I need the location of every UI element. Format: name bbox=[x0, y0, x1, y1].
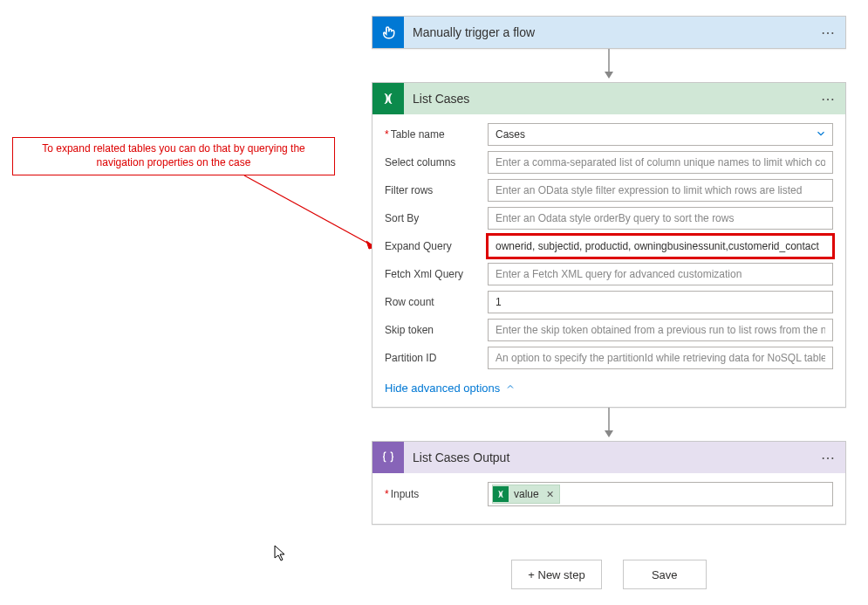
list-cases-header[interactable]: List Cases ⋯ bbox=[372, 83, 845, 114]
sort-by-label: Sort By bbox=[385, 212, 488, 224]
dataverse-icon bbox=[372, 83, 404, 114]
filter-rows-label: Filter rows bbox=[385, 184, 488, 196]
value-token[interactable]: value ✕ bbox=[492, 485, 560, 504]
list-cases-card: List Cases ⋯ *Table name Cases bbox=[372, 82, 846, 408]
hide-advanced-toggle[interactable]: Hide advanced options bbox=[385, 382, 516, 395]
table-name-value: Cases bbox=[496, 128, 525, 141]
dataverse-icon bbox=[493, 486, 509, 502]
filter-rows-input[interactable] bbox=[488, 179, 833, 202]
svg-marker-3 bbox=[605, 72, 613, 79]
sort-by-input[interactable] bbox=[488, 207, 833, 230]
inputs-field[interactable]: value ✕ bbox=[488, 482, 833, 506]
trigger-menu-icon[interactable]: ⋯ bbox=[817, 24, 838, 41]
skip-token-label: Skip token bbox=[385, 324, 488, 336]
save-button[interactable]: Save bbox=[623, 560, 707, 589]
token-remove-icon[interactable]: ✕ bbox=[546, 489, 554, 500]
output-title: List Cases Output bbox=[404, 450, 817, 464]
partition-id-label: Partition ID bbox=[385, 352, 488, 364]
braces-icon bbox=[372, 442, 404, 473]
fetch-xml-input[interactable] bbox=[488, 263, 833, 285]
inputs-label: Inputs bbox=[391, 488, 420, 500]
list-cases-title: List Cases bbox=[404, 92, 817, 106]
row-count-label: Row count bbox=[385, 296, 488, 308]
hide-advanced-label: Hide advanced options bbox=[385, 382, 500, 395]
list-cases-menu-icon[interactable]: ⋯ bbox=[817, 91, 838, 107]
token-label: value bbox=[514, 488, 539, 500]
partition-id-input[interactable] bbox=[488, 347, 833, 369]
table-name-select[interactable]: Cases bbox=[488, 123, 833, 146]
trigger-card[interactable]: Manually trigger a flow ⋯ bbox=[372, 16, 846, 49]
expand-query-input[interactable] bbox=[488, 235, 833, 258]
select-columns-label: Select columns bbox=[385, 156, 488, 168]
expand-query-label: Expand Query bbox=[385, 240, 488, 252]
output-menu-icon[interactable]: ⋯ bbox=[817, 450, 838, 466]
connector-arrow bbox=[372, 49, 846, 82]
connector-arrow bbox=[372, 408, 846, 441]
cursor-icon bbox=[274, 545, 288, 565]
table-name-label: Table name bbox=[391, 128, 445, 141]
skip-token-input[interactable] bbox=[488, 319, 833, 341]
touch-icon bbox=[372, 17, 404, 48]
fetch-xml-label: Fetch Xml Query bbox=[385, 268, 488, 280]
row-count-input[interactable] bbox=[488, 291, 833, 313]
new-step-button[interactable]: + New step bbox=[511, 560, 601, 589]
output-header[interactable]: List Cases Output ⋯ bbox=[372, 442, 845, 473]
chevron-down-icon bbox=[815, 127, 827, 142]
svg-line-0 bbox=[244, 175, 375, 247]
svg-marker-5 bbox=[605, 430, 613, 437]
chevron-up-icon bbox=[505, 382, 516, 395]
output-card: List Cases Output ⋯ *Inputs value bbox=[372, 441, 846, 525]
select-columns-input[interactable] bbox=[488, 151, 833, 174]
trigger-title: Manually trigger a flow bbox=[404, 25, 817, 39]
